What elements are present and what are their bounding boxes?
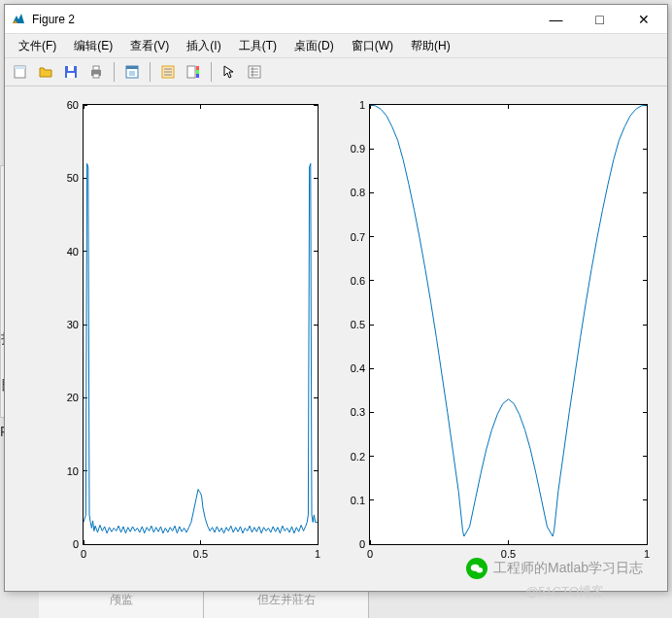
plot-line	[370, 105, 647, 544]
toolbar-separator	[114, 62, 115, 82]
ytick-label: 0.3	[351, 406, 370, 418]
titlebar[interactable]: Figure 2 — □ ✕	[5, 5, 667, 34]
toolbar-separator	[150, 62, 151, 82]
menu-file[interactable]: 文件(F)	[11, 35, 64, 57]
ytick-label: 0.1	[351, 495, 370, 506]
menu-view[interactable]: 查看(V)	[122, 35, 177, 57]
axes-left[interactable]: 010203040506000.51	[83, 104, 319, 545]
menu-window[interactable]: 窗口(W)	[344, 35, 401, 57]
ytick-label: 10	[67, 465, 84, 477]
svg-rect-17	[196, 70, 199, 74]
ytick-label: 20	[67, 392, 84, 403]
svg-rect-6	[93, 66, 99, 70]
xtick-label: 0	[367, 544, 373, 560]
matlab-icon	[11, 12, 26, 27]
ytick-label: 0.6	[351, 275, 370, 287]
svg-rect-16	[196, 66, 199, 70]
window-title: Figure 2	[32, 13, 534, 26]
svg-rect-18	[196, 74, 199, 78]
xtick-label: 0	[81, 544, 86, 560]
wechat-icon	[466, 558, 487, 579]
svg-rect-1	[15, 66, 25, 69]
menu-help[interactable]: 帮助(H)	[403, 35, 458, 57]
ytick-label: 0.9	[351, 143, 370, 154]
svg-rect-7	[93, 74, 99, 78]
save-button[interactable]	[59, 60, 83, 84]
xtick-label: 1	[644, 544, 650, 560]
maximize-button[interactable]: □	[578, 5, 622, 33]
watermark-wechat: 工程师的Matlab学习日志	[466, 558, 643, 579]
ytick-label: 1	[359, 99, 370, 111]
menu-desktop[interactable]: 桌面(D)	[286, 35, 342, 57]
properties-button[interactable]	[243, 60, 266, 84]
edit-plot-button[interactable]	[120, 60, 144, 84]
menubar: 文件(F) 编辑(E) 查看(V) 插入(I) 工具(T) 桌面(D) 窗口(W…	[5, 34, 667, 57]
figure-area: 010203040506000.51 00.10.20.30.40.50.60.…	[5, 86, 667, 591]
minimize-button[interactable]: —	[534, 5, 578, 33]
svg-rect-10	[129, 71, 135, 76]
menu-edit[interactable]: 编辑(E)	[66, 35, 120, 57]
watermark-text: 工程师的Matlab学习日志	[493, 560, 643, 577]
print-button[interactable]	[84, 60, 108, 84]
toolbar	[5, 57, 667, 86]
ytick-label: 0.7	[351, 231, 370, 243]
ytick-label: 30	[67, 319, 84, 330]
menu-insert[interactable]: 插入(I)	[179, 35, 228, 57]
svg-rect-9	[126, 66, 138, 69]
toolbar-separator	[211, 62, 212, 82]
watermark-51cto: @51CTO博客	[525, 583, 604, 601]
ytick-label: 0.5	[351, 319, 370, 330]
ytick-label: 0.4	[351, 362, 370, 374]
xtick-label: 1	[315, 544, 320, 560]
axes-right[interactable]: 00.10.20.30.40.50.60.70.80.9100.51	[369, 104, 648, 545]
svg-rect-15	[187, 66, 195, 78]
svg-rect-3	[68, 66, 74, 71]
close-button[interactable]: ✕	[622, 5, 665, 33]
ytick-label: 0.8	[351, 187, 370, 198]
ytick-label: 50	[67, 172, 84, 184]
link-button[interactable]	[156, 60, 180, 84]
plot-line	[84, 105, 318, 544]
svg-rect-4	[67, 73, 75, 78]
colorbar-button[interactable]	[182, 60, 205, 84]
ytick-label: 40	[67, 246, 84, 258]
ytick-label: 0.2	[351, 451, 370, 463]
figure-window: Figure 2 — □ ✕ 文件(F) 编辑(E) 查看(V) 插入(I) 工…	[4, 4, 668, 592]
pointer-button[interactable]	[218, 60, 241, 84]
new-figure-button[interactable]	[9, 60, 32, 84]
open-button[interactable]	[34, 60, 57, 84]
svg-point-25	[476, 567, 483, 573]
xtick-label: 0.5	[193, 544, 208, 560]
menu-tools[interactable]: 工具(T)	[231, 35, 285, 57]
ytick-label: 60	[67, 99, 84, 111]
